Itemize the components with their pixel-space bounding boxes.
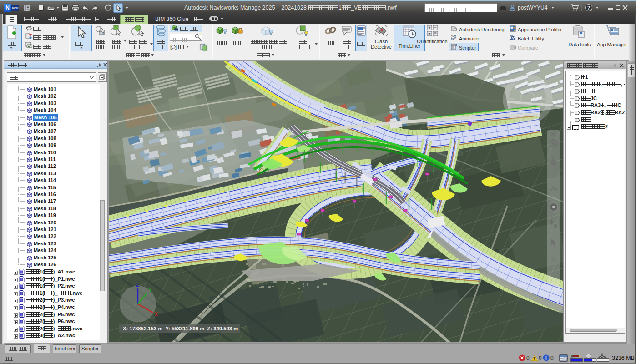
svg-text:Y: Y	[148, 286, 152, 293]
svg-text:Z: Z	[136, 281, 139, 288]
svg-text:X: X	[154, 311, 158, 318]
svg-text:X: 178852.153 m Y: 553311.899: X: 178852.153 m Y: 553311.899 m Z: 340.5…	[123, 326, 238, 331]
